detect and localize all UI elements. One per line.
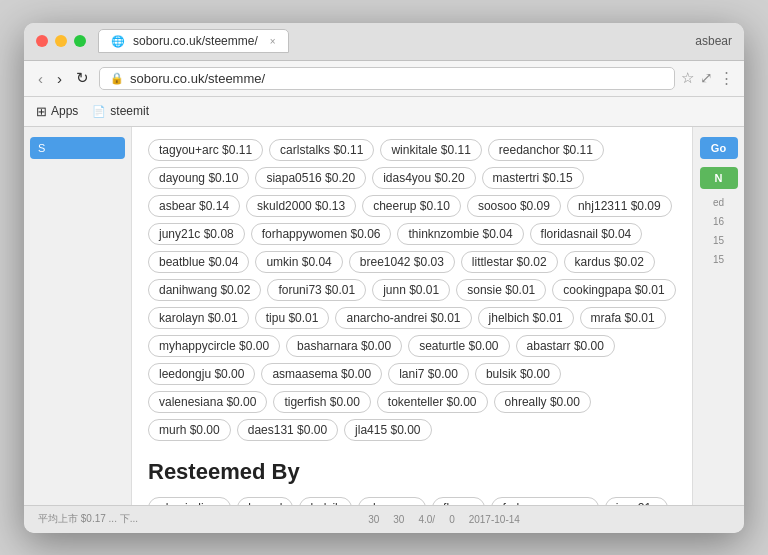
voters-tags: tagyou+arc $0.11carlstalks $0.11winkital… <box>148 139 676 441</box>
voter-tag[interactable]: danihwang $0.02 <box>148 279 261 301</box>
voter-tag[interactable]: asmaasema $0.00 <box>261 363 382 385</box>
voter-tag[interactable]: sonsie $0.01 <box>456 279 546 301</box>
voter-tag[interactable]: forhappywomen $0.06 <box>251 223 392 245</box>
voter-tag[interactable]: murh $0.00 <box>148 419 231 441</box>
voter-tag[interactable]: tagyou+arc $0.11 <box>148 139 263 161</box>
voter-tag[interactable]: jhelbich $0.01 <box>478 307 574 329</box>
bottombar-date: 2017-10-14 <box>469 514 520 525</box>
n-button[interactable]: N <box>700 167 738 189</box>
steemit-label: steemit <box>110 104 149 118</box>
voter-tag[interactable]: dayoung $0.10 <box>148 167 249 189</box>
voter-tag[interactable]: basharnara $0.00 <box>286 335 402 357</box>
resteemed-title: Resteemed By <box>148 459 676 485</box>
sidebar-right: Go N ed 16 15 15 <box>692 127 744 505</box>
voter-tag[interactable]: ohreally $0.00 <box>494 391 591 413</box>
voters-section: tagyou+arc $0.11carlstalks $0.11winkital… <box>148 139 676 441</box>
voter-tag[interactable]: leedongju $0.00 <box>148 363 255 385</box>
voter-tag[interactable]: foruni73 $0.01 <box>267 279 366 301</box>
voter-tag[interactable]: junn $0.01 <box>372 279 450 301</box>
voter-tag[interactable]: tigerfish $0.00 <box>273 391 370 413</box>
voter-tag[interactable]: idas4you $0.20 <box>372 167 475 189</box>
voter-tag[interactable]: seaturtle $0.00 <box>408 335 509 357</box>
voter-tag[interactable]: reedanchor $0.11 <box>488 139 604 161</box>
voter-tag[interactable]: winkitale $0.11 <box>380 139 481 161</box>
tab-label: soboru.co.uk/steemme/ <box>133 34 258 48</box>
lock-icon: 🔒 <box>110 72 124 85</box>
apps-label: Apps <box>51 104 78 118</box>
address-bar[interactable]: 🔒 soboru.co.uk/steemme/ <box>99 67 675 90</box>
sr-label-15b: 15 <box>713 254 724 265</box>
voter-tag[interactable]: nhj12311 $0.09 <box>567 195 672 217</box>
voter-tag[interactable]: tipu $0.01 <box>255 307 330 329</box>
voter-tag[interactable]: skuld2000 $0.13 <box>246 195 356 217</box>
voter-tag[interactable]: umkin $0.04 <box>255 251 342 273</box>
bookmarks-bar: ⊞ Apps 📄 steemit <box>24 97 744 127</box>
address-text: soboru.co.uk/steemme/ <box>130 71 265 86</box>
resteemed-tag[interactable]: forhappywomen <box>491 497 598 505</box>
close-button[interactable] <box>36 35 48 47</box>
voter-tag[interactable]: abastarr $0.00 <box>516 335 615 357</box>
bottombar-col2: 30 <box>393 514 404 525</box>
voter-tag[interactable]: valenesiana $0.00 <box>148 391 267 413</box>
resteemed-tag[interactable]: alaminrlima <box>148 497 231 505</box>
go-button[interactable]: Go <box>700 137 738 159</box>
reload-button[interactable]: ↻ <box>72 67 93 89</box>
voter-tag[interactable]: anarcho-andrei $0.01 <box>335 307 471 329</box>
voter-tag[interactable]: bulsik $0.00 <box>475 363 561 385</box>
tab-close-icon[interactable]: × <box>270 36 276 47</box>
bottombar: 平均上市 $0.17 ... 下... 30 30 4.0/ 0 2017-10… <box>24 505 744 533</box>
sidebar-action-button[interactable]: S <box>30 137 125 159</box>
content-area: S tagyou+arc $0.11carlstalks $0.11winkit… <box>24 127 744 505</box>
voter-tag[interactable]: thinknzombie $0.04 <box>397 223 523 245</box>
voter-tag[interactable]: beatblue $0.04 <box>148 251 249 273</box>
sr-label-15a: 15 <box>713 235 724 246</box>
browser-window: 🌐 soboru.co.uk/steemme/ × asbear ‹ › ↻ 🔒… <box>24 23 744 533</box>
voter-tag[interactable]: asbear $0.14 <box>148 195 240 217</box>
resteemed-tag[interactable]: bramd <box>237 497 293 505</box>
tab-area: 🌐 soboru.co.uk/steemme/ × <box>98 29 695 53</box>
resteemed-tag[interactable]: flyyou <box>432 497 485 505</box>
resteemed-tag[interactable]: juny21c <box>605 497 668 505</box>
voter-tag[interactable]: mastertri $0.15 <box>482 167 584 189</box>
apps-bookmark[interactable]: ⊞ Apps <box>36 104 78 119</box>
voter-tag[interactable]: littlestar $0.02 <box>461 251 558 273</box>
voter-tag[interactable]: lani7 $0.00 <box>388 363 469 385</box>
titlebar: 🌐 soboru.co.uk/steemme/ × asbear <box>24 23 744 61</box>
sr-label-ed: ed <box>713 197 724 208</box>
bottombar-col1: 30 <box>368 514 379 525</box>
minimize-button[interactable] <box>55 35 67 47</box>
resteemed-tags: alaminrlimabramdbulsikdayoungflyyouforha… <box>148 497 676 505</box>
resteemed-tag[interactable]: bulsik <box>299 497 352 505</box>
voter-tag[interactable]: floridasnail $0.04 <box>530 223 643 245</box>
voter-tag[interactable]: cookingpapa $0.01 <box>552 279 675 301</box>
voter-tag[interactable]: juny21c $0.08 <box>148 223 245 245</box>
bottombar-left-text: 平均上市 $0.17 ... 下... <box>38 512 138 526</box>
voter-tag[interactable]: carlstalks $0.11 <box>269 139 374 161</box>
voter-tag[interactable]: jla415 $0.00 <box>344 419 431 441</box>
forward-button[interactable]: › <box>53 68 66 89</box>
voter-tag[interactable]: cheerup $0.10 <box>362 195 461 217</box>
steemit-bookmark[interactable]: 📄 steemit <box>92 104 149 118</box>
voter-tag[interactable]: myhappycircle $0.00 <box>148 335 280 357</box>
maximize-button[interactable] <box>74 35 86 47</box>
voter-tag[interactable]: siapa0516 $0.20 <box>255 167 366 189</box>
back-button[interactable]: ‹ <box>34 68 47 89</box>
voter-tag[interactable]: daes131 $0.00 <box>237 419 338 441</box>
nav-right-icons: ☆ ⤢ ⋮ <box>681 69 734 87</box>
voter-tag[interactable]: tokenteller $0.00 <box>377 391 488 413</box>
menu-icon[interactable]: ⋮ <box>719 69 734 87</box>
expand-icon[interactable]: ⤢ <box>700 69 713 87</box>
resteemed-section: Resteemed By alaminrlimabramdbulsikdayou… <box>148 459 676 505</box>
resteemed-tag[interactable]: dayoung <box>358 497 426 505</box>
voter-tag[interactable]: kardus $0.02 <box>564 251 655 273</box>
bottombar-col4: 0 <box>449 514 455 525</box>
bottombar-center: 30 30 4.0/ 0 2017-10-14 <box>158 514 730 525</box>
voter-tag[interactable]: karolayn $0.01 <box>148 307 249 329</box>
browser-tab[interactable]: 🌐 soboru.co.uk/steemme/ × <box>98 29 289 53</box>
voter-tag[interactable]: soosoo $0.09 <box>467 195 561 217</box>
voter-tag[interactable]: mrafa $0.01 <box>580 307 666 329</box>
bookmark-icon[interactable]: ☆ <box>681 69 694 87</box>
voter-tag[interactable]: bree1042 $0.03 <box>349 251 455 273</box>
tab-site-icon: 🌐 <box>111 35 125 48</box>
sidebar-left: S <box>24 127 132 505</box>
